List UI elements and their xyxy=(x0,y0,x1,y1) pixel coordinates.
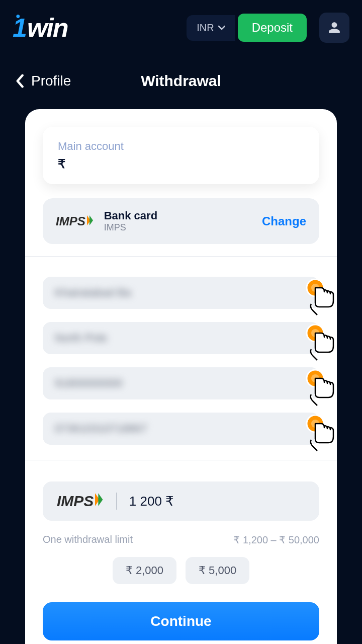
svg-point-7 xyxy=(311,420,319,428)
page-title: Withdrawal xyxy=(141,72,221,90)
sub-header: Profile Withdrawal xyxy=(0,58,362,109)
limit-row: One withdrawal limit ₹ 1,200 – ₹ 50,000 xyxy=(43,534,319,546)
method-name: Bank card xyxy=(104,209,252,222)
tap-indicator-icon xyxy=(304,324,339,364)
amount-chip-5000[interactable]: ₹ 5,000 xyxy=(186,557,249,584)
app-header: 1win INR Deposit xyxy=(0,0,362,58)
account-box[interactable]: Main account ₹ xyxy=(43,127,319,184)
imps-logo-icon: IMPS xyxy=(56,214,94,228)
svg-point-4 xyxy=(307,370,324,387)
chevron-left-icon xyxy=(15,74,24,88)
account-balance: ₹ xyxy=(58,157,304,171)
method-sub: IMPS xyxy=(104,222,252,233)
logo[interactable]: 1win xyxy=(13,13,179,43)
form-input-2[interactable]: North Pole xyxy=(43,322,319,354)
limit-range: ₹ 1,200 – ₹ 50,000 xyxy=(233,534,319,546)
imps-logo-icon: IMPS xyxy=(57,493,104,510)
quick-amounts: ₹ 2,000 ₹ 5,000 xyxy=(43,557,319,584)
svg-point-2 xyxy=(307,325,324,342)
tap-indicator-icon xyxy=(304,369,339,410)
form-input-1[interactable]: Khairatabad Ba xyxy=(43,277,319,309)
payment-method-box: IMPS Bank card IMPS Change xyxy=(43,198,319,244)
currency-selector[interactable]: INR xyxy=(187,15,235,41)
tap-indicator-icon xyxy=(304,415,339,455)
currency-label: INR xyxy=(197,22,214,34)
redacted-text: Khairatabad Ba xyxy=(55,286,131,299)
divider xyxy=(25,256,337,257)
change-method-link[interactable]: Change xyxy=(262,214,306,228)
redacted-text: 073610310718867 xyxy=(55,422,147,435)
limit-label: One withdrawal limit xyxy=(43,534,133,546)
tap-indicator-icon xyxy=(304,279,339,319)
vertical-divider xyxy=(116,493,117,510)
profile-button[interactable] xyxy=(319,13,349,43)
method-text: Bank card IMPS xyxy=(104,209,252,233)
form-input-3[interactable]: 91800000000 xyxy=(43,367,319,399)
account-label: Main account xyxy=(58,140,304,153)
amount-value: 1 200 ₹ xyxy=(129,494,174,509)
svg-point-6 xyxy=(307,415,324,432)
main-card: Main account ₹ IMPS Bank card IMPS Chang… xyxy=(25,109,337,644)
svg-point-5 xyxy=(311,374,319,382)
redacted-text: 91800000000 xyxy=(55,377,123,390)
continue-button[interactable]: Continue xyxy=(43,602,319,640)
svg-point-0 xyxy=(307,279,324,296)
chevron-down-icon xyxy=(218,25,225,30)
divider xyxy=(25,460,337,460)
form-input-4[interactable]: 073610310718867 xyxy=(43,413,319,445)
deposit-button[interactable]: Deposit xyxy=(238,14,307,42)
back-label: Profile xyxy=(31,73,71,89)
back-button[interactable]: Profile xyxy=(15,73,71,89)
amount-box[interactable]: IMPS 1 200 ₹ xyxy=(43,481,319,521)
svg-point-1 xyxy=(311,284,319,292)
person-icon xyxy=(328,21,341,34)
svg-point-3 xyxy=(311,329,319,337)
amount-chip-2000[interactable]: ₹ 2,000 xyxy=(113,557,176,584)
redacted-text: North Pole xyxy=(55,332,107,345)
